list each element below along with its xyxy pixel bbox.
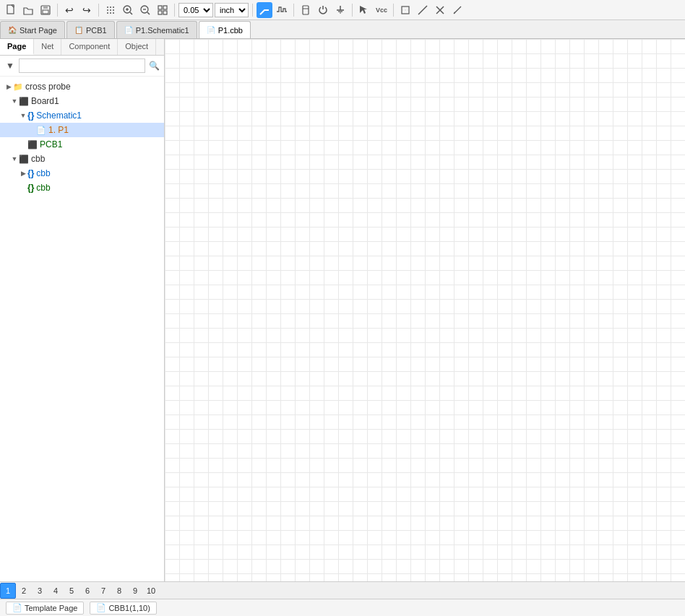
main-toolbar: ↩ ↪ 0.05 0.1 0.5 1 inch mm mil xyxy=(0,0,685,20)
waveform-btn[interactable] xyxy=(274,2,290,18)
svg-line-36 xyxy=(418,6,427,14)
template-page-label: Template Page xyxy=(25,604,77,612)
sidebar-tab-page[interactable]: Page xyxy=(0,39,34,55)
rect-btn[interactable] xyxy=(397,2,413,18)
expand-cbb2[interactable]: ▶ xyxy=(19,169,27,178)
tab-p1-cbb[interactable]: 📄 P1.cbb xyxy=(199,21,251,38)
tab-p1-sch-icon: 📄 xyxy=(124,26,133,34)
page-tab-5[interactable]: 5 xyxy=(64,583,79,599)
page-tab-4[interactable]: 4 xyxy=(48,583,64,599)
expand-cross-probe[interactable]: ▶ xyxy=(4,82,13,91)
page-tab-9[interactable]: 9 xyxy=(127,583,143,599)
undo-btn[interactable]: ↩ xyxy=(61,2,77,18)
zoom-out-btn[interactable] xyxy=(137,2,153,18)
line-btn[interactable] xyxy=(415,2,431,18)
tree-item-cbb2[interactable]: ▶ {} cbb xyxy=(0,166,164,181)
expand-p1 xyxy=(27,126,36,134)
cbb-status-label: CBB1(1,10) xyxy=(108,604,150,612)
tab-p1-schematic[interactable]: 📄 P1.Schematic1 xyxy=(116,21,197,38)
cbb-label: cbb xyxy=(31,154,45,164)
expand-cbb[interactable]: ▼ xyxy=(10,155,19,163)
svg-rect-26 xyxy=(303,6,309,14)
pcb1-tree-label: PCB1 xyxy=(40,139,62,149)
sidebar-tab-net[interactable]: Net xyxy=(34,39,61,55)
tree-item-pcb1[interactable]: ⬛ PCB1 xyxy=(0,137,164,152)
svg-marker-2 xyxy=(12,5,14,7)
svg-point-7 xyxy=(110,6,111,8)
svg-line-20 xyxy=(147,12,150,14)
canvas-area[interactable]: R1 2.4kΩ R2 2.4kΩ xyxy=(165,39,685,581)
unit-select[interactable]: inch mm mil xyxy=(215,3,249,17)
board1-label: Board1 xyxy=(31,96,59,106)
expand-cbb3 xyxy=(19,183,27,192)
save-file-btn[interactable] xyxy=(38,2,53,18)
search-btn[interactable]: 🔍 xyxy=(147,58,161,73)
page-tab-2[interactable]: 2 xyxy=(16,583,32,599)
page-tab-8[interactable]: 8 xyxy=(111,583,127,599)
grid-dots-btn[interactable] xyxy=(103,2,119,18)
tool1-btn[interactable] xyxy=(298,2,314,18)
page-tab-6[interactable]: 6 xyxy=(79,583,95,599)
main-area: Page Net Component Object ▼ 🔍 ▶ 📁 cross … xyxy=(0,39,685,581)
tab-p1-cbb-label: P1.cbb xyxy=(218,26,243,35)
tree-item-cbb[interactable]: ▼ ⬛ cbb xyxy=(0,152,164,166)
zoom-in-btn[interactable] xyxy=(120,2,136,18)
page-tab-10[interactable]: 10 xyxy=(143,583,159,599)
sep5 xyxy=(293,4,294,17)
sidebar-tab-object[interactable]: Object xyxy=(118,39,156,55)
schematic-canvas[interactable]: R1 2.4kΩ R2 2.4kΩ xyxy=(165,39,382,147)
filter-btn[interactable]: ▼ xyxy=(3,58,17,73)
open-file-btn[interactable] xyxy=(20,2,36,18)
cross-probe-label: cross probe xyxy=(25,82,71,92)
tab-pcb1-icon: 📋 xyxy=(74,26,83,34)
tree-item-schematic1[interactable]: ▼ {} Schematic1 xyxy=(0,108,164,123)
svg-rect-4 xyxy=(43,6,48,9)
sep4 xyxy=(252,4,253,17)
svg-rect-23 xyxy=(163,6,167,9)
gnd-btn[interactable] xyxy=(332,2,348,18)
svg-point-12 xyxy=(107,12,108,14)
cbb2-icon: {} xyxy=(27,168,34,178)
redo-btn[interactable]: ↪ xyxy=(79,2,95,18)
cbb3-icon: {} xyxy=(27,183,34,193)
expand-schematic1[interactable]: ▼ xyxy=(19,111,27,120)
pcb-icon: ⬛ xyxy=(27,140,38,149)
snap-value-select[interactable]: 0.05 0.1 0.5 1 xyxy=(178,3,213,17)
tree-item-board1[interactable]: ▼ ⬛ Board1 xyxy=(0,94,164,108)
svg-rect-24 xyxy=(158,11,162,14)
arrow-tool-btn[interactable] xyxy=(356,2,372,18)
wire-btn[interactable] xyxy=(257,2,272,18)
tab-start-page[interactable]: 🏠 Start Page xyxy=(0,21,65,38)
tree-item-cbb3[interactable]: {} cbb xyxy=(0,181,164,195)
power-btn[interactable] xyxy=(315,2,331,18)
tab-start-icon: 🏠 xyxy=(8,26,17,34)
svg-point-9 xyxy=(107,9,108,11)
search-input[interactable] xyxy=(19,58,145,73)
tree-item-p1[interactable]: 📄 1. P1 xyxy=(0,123,164,137)
sidebar-search-bar: ▼ 🔍 xyxy=(0,56,164,77)
expand-pcb1 xyxy=(19,140,27,149)
page-tab-3[interactable]: 3 xyxy=(32,583,48,599)
tab-pcb1[interactable]: 📋 PCB1 xyxy=(66,21,115,38)
tab-pcb1-label: PCB1 xyxy=(86,26,107,35)
tab-start-label: Start Page xyxy=(20,26,57,35)
vcc-btn[interactable]: Vcc xyxy=(374,2,389,18)
page-tab-1[interactable]: 1 xyxy=(0,583,16,599)
sidebar-tab-component[interactable]: Component xyxy=(61,39,118,55)
folder-icon: 📁 xyxy=(13,82,23,92)
page-icon: 📄 xyxy=(36,126,46,135)
schematic-icon: {} xyxy=(27,110,34,121)
pen-btn[interactable] xyxy=(449,2,465,18)
expand-board1[interactable]: ▼ xyxy=(10,97,19,105)
sep1 xyxy=(57,4,58,17)
sidebar-tabs: Page Net Component Object xyxy=(0,39,164,56)
tree-item-cross-probe[interactable]: ▶ 📁 cross probe xyxy=(0,79,164,94)
svg-point-14 xyxy=(113,12,114,14)
new-file-btn[interactable] xyxy=(3,2,19,18)
cbb-status-item[interactable]: 📄 CBB1(1,10) xyxy=(90,602,156,615)
template-page-item[interactable]: 📄 Template Page xyxy=(6,602,84,615)
close-btn[interactable] xyxy=(432,2,448,18)
fit-screen-btn[interactable] xyxy=(155,2,171,18)
page-tab-7[interactable]: 7 xyxy=(95,583,111,599)
tab-p1-cbb-icon: 📄 xyxy=(207,26,215,34)
